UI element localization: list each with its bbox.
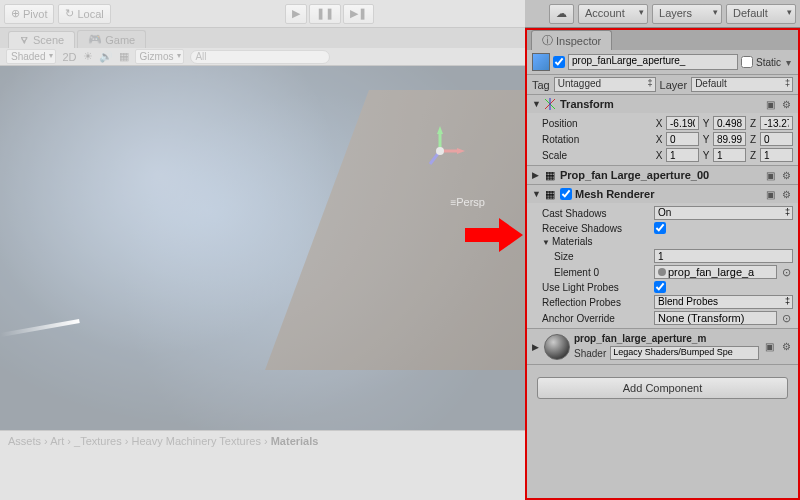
- gizmos-dropdown[interactable]: Gizmos: [135, 49, 185, 64]
- object-header: prop_fanLarge_aperture_ Static ▾: [527, 50, 798, 75]
- audio-icon[interactable]: 🔊: [99, 50, 113, 63]
- scene-column: ⛛Scene 🎮Game Shaded 2D ☀ 🔊 ▦ Gizmos ≡Per…: [0, 28, 525, 500]
- shading-dropdown[interactable]: Shaded: [6, 49, 56, 64]
- svg-marker-4: [437, 126, 443, 134]
- transform-icon: [543, 97, 557, 111]
- project-panel: AssetsArt_TexturesHeavy Machinery Textur…: [0, 430, 525, 500]
- tab-scene[interactable]: ⛛Scene: [8, 31, 75, 48]
- pause-button[interactable]: ❚❚: [309, 4, 341, 24]
- gameobject-icon[interactable]: [532, 53, 550, 71]
- foldout-icon[interactable]: ▼: [532, 189, 540, 199]
- fx-icon[interactable]: ▦: [119, 50, 129, 63]
- position-label: Position: [532, 118, 652, 129]
- materials-size-field[interactable]: [654, 249, 793, 263]
- mesh-filter-component: ▶ ▦ Prop_fan Large_aperture_00 ▣ ⚙: [527, 166, 798, 185]
- scene-search-input[interactable]: [190, 50, 330, 64]
- anchor-override-field[interactable]: None (Transform): [654, 311, 777, 325]
- tab-inspector[interactable]: ⓘInspector: [531, 30, 612, 50]
- top-toolbar: ⊕Pivot ↻Local ▶ ❚❚ ▶❚ ☁ Account Layers D…: [0, 0, 800, 28]
- reflection-probes-dropdown[interactable]: Blend Probes: [654, 295, 793, 309]
- scale-label: Scale: [532, 150, 652, 161]
- foldout-icon[interactable]: ▶: [532, 342, 540, 352]
- shader-label: Shader: [574, 348, 606, 359]
- light-probes-label: Use Light Probes: [532, 282, 652, 293]
- anchor-override-label: Anchor Override: [532, 313, 652, 324]
- materials-size-label: Size: [532, 251, 652, 262]
- add-component-button[interactable]: Add Component: [537, 377, 788, 399]
- scale-z-field[interactable]: [760, 148, 793, 162]
- element0-label: Element 0: [532, 267, 652, 278]
- rotation-y-field[interactable]: [713, 132, 746, 146]
- orientation-gizmo[interactable]: [415, 126, 465, 176]
- material-icon: [658, 268, 666, 276]
- element0-field[interactable]: prop_fan_large_a: [654, 265, 777, 279]
- object-selector-icon[interactable]: ⊙: [779, 266, 793, 279]
- mesh-renderer-title: Mesh Renderer: [575, 188, 761, 200]
- info-icon: ⓘ: [542, 33, 553, 48]
- position-x-field[interactable]: [666, 116, 699, 130]
- play-controls: ▶ ❚❚ ▶❚: [285, 4, 374, 24]
- cloud-button[interactable]: ☁: [549, 4, 574, 24]
- layers-dropdown[interactable]: Layers: [652, 4, 722, 24]
- gear-icon[interactable]: ⚙: [780, 170, 793, 181]
- cast-shadows-label: Cast Shadows: [532, 208, 652, 219]
- help-icon[interactable]: ▣: [764, 170, 777, 181]
- highlight-arrow: [465, 218, 523, 254]
- receive-shadows-checkbox[interactable]: [654, 222, 666, 234]
- static-dropdown[interactable]: ▾: [784, 57, 793, 68]
- position-y-field[interactable]: [713, 116, 746, 130]
- gear-icon[interactable]: ⚙: [780, 189, 793, 200]
- game-icon: 🎮: [88, 33, 102, 46]
- object-name-field[interactable]: prop_fanLarge_aperture_: [568, 54, 738, 70]
- pivot-button[interactable]: ⊕Pivot: [4, 4, 54, 24]
- material-sphere-icon: [544, 334, 570, 360]
- transform-title: Transform: [560, 98, 761, 110]
- static-checkbox[interactable]: [741, 56, 753, 68]
- local-button[interactable]: ↻Local: [58, 4, 110, 24]
- material-preview-section: ▶ prop_fan_large_aperture_m Shader Legac…: [527, 329, 798, 365]
- receive-shadows-label: Receive Shadows: [532, 223, 652, 234]
- mode-2d-toggle[interactable]: 2D: [62, 51, 76, 63]
- materials-foldout[interactable]: Materials: [532, 236, 652, 247]
- transform-component: ▼ Transform ▣ ⚙ Position X Y Z Rotation: [527, 95, 798, 166]
- renderer-icon: ▦: [543, 187, 557, 201]
- play-button[interactable]: ▶: [285, 4, 307, 24]
- help-icon[interactable]: ▣: [764, 189, 777, 200]
- object-selector-icon[interactable]: ⊙: [779, 312, 793, 325]
- breadcrumb[interactable]: AssetsArt_TexturesHeavy Machinery Textur…: [0, 431, 525, 451]
- static-label: Static: [756, 57, 781, 68]
- foldout-icon[interactable]: ▼: [532, 99, 540, 109]
- gear-icon[interactable]: ⚙: [780, 99, 793, 110]
- cast-shadows-dropdown[interactable]: On: [654, 206, 793, 220]
- layer-label: Layer: [660, 79, 688, 91]
- rotation-x-field[interactable]: [666, 132, 699, 146]
- light-probes-checkbox[interactable]: [654, 281, 666, 293]
- scale-x-field[interactable]: [666, 148, 699, 162]
- tag-label: Tag: [532, 79, 550, 91]
- layout-dropdown[interactable]: Default: [726, 4, 796, 24]
- rotation-label: Rotation: [532, 134, 652, 145]
- active-checkbox[interactable]: [553, 56, 565, 68]
- tab-game[interactable]: 🎮Game: [77, 30, 146, 48]
- position-z-field[interactable]: [760, 116, 793, 130]
- svg-marker-9: [465, 218, 523, 252]
- foldout-icon[interactable]: ▶: [532, 170, 540, 180]
- renderer-enabled-checkbox[interactable]: [560, 188, 572, 200]
- shader-dropdown[interactable]: Legacy Shaders/Bumped Spe: [610, 346, 759, 360]
- layer-dropdown[interactable]: Default: [691, 77, 793, 92]
- svg-point-3: [436, 147, 444, 155]
- gear-icon[interactable]: ⚙: [780, 341, 793, 352]
- step-button[interactable]: ▶❚: [343, 4, 374, 24]
- tag-dropdown[interactable]: Untagged: [554, 77, 656, 92]
- help-icon[interactable]: ▣: [763, 341, 776, 352]
- help-icon[interactable]: ▣: [764, 99, 777, 110]
- account-dropdown[interactable]: Account: [578, 4, 648, 24]
- mesh-renderer-component: ▼ ▦ Mesh Renderer ▣ ⚙ Cast Shadows On Re…: [527, 185, 798, 329]
- light-icon[interactable]: ☀: [83, 50, 93, 63]
- inspector-panel: ⓘInspector prop_fanLarge_aperture_ Stati…: [525, 28, 800, 500]
- mesh-icon: ▦: [543, 168, 557, 182]
- rotation-z-field[interactable]: [760, 132, 793, 146]
- scale-y-field[interactable]: [713, 148, 746, 162]
- scene-viewport[interactable]: ≡Persp: [0, 66, 525, 430]
- scene-icon: ⛛: [19, 34, 30, 46]
